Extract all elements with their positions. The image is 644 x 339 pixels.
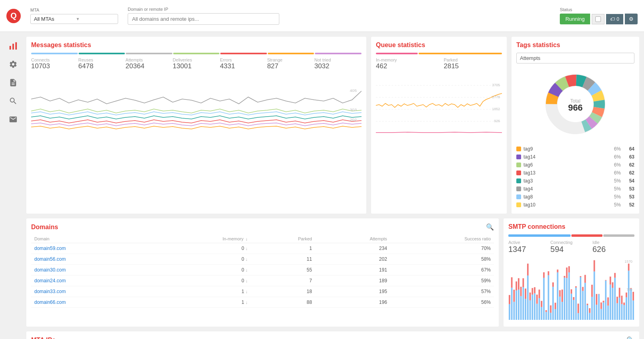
svg-rect-41 bbox=[520, 287, 522, 296]
svg-rect-79 bbox=[564, 276, 565, 278]
tags-dropdown[interactable]: Attempts bbox=[516, 53, 634, 63]
status-running-button[interactable]: Running bbox=[560, 14, 590, 24]
svg-rect-125 bbox=[616, 297, 618, 303]
sidebar-item-settings[interactable] bbox=[7, 58, 19, 70]
svg-rect-136 bbox=[630, 289, 632, 320]
row2: Domains 🔍 Domain In-memory ↓ Parked Atte… bbox=[26, 218, 639, 327]
svg-rect-132 bbox=[626, 297, 627, 320]
svg-rect-88 bbox=[575, 287, 577, 320]
tag9-name: tag9 bbox=[523, 146, 607, 152]
queue-parked-label: Parked bbox=[444, 57, 502, 62]
status-section: Status Running 🏷 0 ⚙ bbox=[560, 7, 638, 24]
svg-text:202: 202 bbox=[350, 118, 357, 122]
sidebar-item-search[interactable] bbox=[7, 95, 19, 107]
svg-rect-0 bbox=[10, 46, 11, 50]
mta-select[interactable]: All MTAs ▼ bbox=[30, 14, 118, 24]
svg-rect-106 bbox=[596, 305, 597, 320]
stat-connects-val: 10703 bbox=[31, 62, 78, 70]
stat-reuses-name: Reuses bbox=[78, 57, 125, 62]
svg-rect-48 bbox=[529, 300, 531, 320]
sidebar-item-chart[interactable] bbox=[7, 40, 19, 52]
row1: Messages statistics Connects 10703 bbox=[26, 37, 639, 214]
tag3-pct: 5% bbox=[610, 178, 621, 184]
stat-bar-connects bbox=[31, 53, 78, 54]
svg-rect-53 bbox=[534, 287, 535, 293]
svg-rect-58 bbox=[541, 307, 542, 320]
sidebar-item-mail[interactable] bbox=[7, 113, 19, 125]
domains-panel: Domains 🔍 Domain In-memory ↓ Parked Atte… bbox=[26, 218, 499, 327]
svg-rect-65 bbox=[548, 271, 549, 275]
sidebar-item-logs[interactable] bbox=[7, 77, 19, 89]
tag-row-tag10: tag10 5% 52 bbox=[516, 201, 634, 209]
tags-list: tag9 6% 64 tag14 6% 63 tag6 6% 62 bbox=[516, 145, 634, 209]
svg-rect-67 bbox=[550, 305, 551, 313]
svg-text:1852: 1852 bbox=[492, 107, 500, 111]
tag3-color bbox=[516, 178, 521, 183]
domains-table-wrapper[interactable]: Domain In-memory ↓ Parked Attempts Succe… bbox=[31, 235, 494, 308]
svg-rect-99 bbox=[587, 304, 588, 305]
svg-rect-62 bbox=[545, 312, 547, 320]
stat-deliveries: Deliveries 13001 bbox=[173, 57, 220, 70]
svg-rect-73 bbox=[557, 270, 559, 272]
success-cell: 70% bbox=[390, 243, 494, 254]
smtp-connecting-val: 594 bbox=[550, 245, 592, 254]
status-toggle[interactable] bbox=[592, 14, 604, 24]
status-gear-button[interactable]: ⚙ bbox=[625, 14, 638, 24]
tag4-name: tag4 bbox=[523, 186, 607, 192]
svg-rect-92 bbox=[580, 277, 581, 320]
success-cell: 58% bbox=[390, 254, 494, 265]
domain-cell: domain66.com bbox=[31, 297, 151, 308]
mta-ips-panel: MTA IPs 🔍 MTA Errors Parked Succes ratio… bbox=[26, 331, 639, 339]
attempts-cell: 196 bbox=[315, 297, 390, 308]
svg-rect-31 bbox=[509, 295, 510, 304]
svg-rect-42 bbox=[522, 287, 524, 320]
svg-rect-56 bbox=[539, 298, 540, 320]
col-in-memory[interactable]: In-memory ↓ bbox=[151, 235, 251, 243]
svg-rect-40 bbox=[520, 296, 522, 320]
status-controls: Running 🏷 0 ⚙ bbox=[560, 14, 638, 24]
svg-rect-109 bbox=[598, 294, 600, 294]
svg-rect-124 bbox=[616, 303, 618, 320]
smtp-idle-val: 626 bbox=[593, 245, 634, 254]
svg-rect-83 bbox=[568, 266, 570, 272]
col-parked: Parked bbox=[251, 235, 315, 243]
tag14-color bbox=[516, 155, 521, 159]
parked-cell: 11 bbox=[251, 254, 315, 265]
messages-chart: 405 303 202 bbox=[31, 75, 362, 139]
tag-icon: 🏷 bbox=[610, 16, 615, 22]
svg-rect-135 bbox=[628, 264, 630, 271]
attempts-cell: 191 bbox=[315, 265, 390, 276]
svg-rect-34 bbox=[513, 302, 515, 320]
queue-bar-inmemory bbox=[376, 53, 418, 54]
svg-rect-36 bbox=[516, 290, 517, 320]
svg-rect-43 bbox=[522, 278, 524, 287]
inmemory-cell: 1 ↓ bbox=[151, 286, 251, 297]
status-tag-button[interactable]: 🏷 0 bbox=[606, 14, 623, 24]
messages-statistics-panel: Messages statistics Connects 10703 bbox=[26, 37, 366, 214]
domain-input[interactable] bbox=[128, 13, 279, 25]
tag10-color bbox=[516, 202, 521, 207]
stat-reuses-val: 6478 bbox=[78, 62, 125, 70]
stat-errors-name: Errors bbox=[220, 57, 267, 62]
svg-rect-139 bbox=[632, 292, 634, 301]
svg-rect-32 bbox=[511, 287, 513, 320]
stat-attempts-name: Attempts bbox=[126, 57, 173, 62]
svg-rect-121 bbox=[612, 282, 614, 288]
domains-panel-header: Domains 🔍 bbox=[31, 223, 494, 231]
svg-rect-103 bbox=[591, 285, 593, 297]
mta-ips-search-icon[interactable]: 🔍 bbox=[626, 336, 634, 339]
mta-ips-title: MTA IPs bbox=[31, 337, 55, 339]
svg-rect-76 bbox=[561, 302, 563, 320]
status-toggle-inner bbox=[595, 16, 601, 22]
svg-rect-113 bbox=[603, 301, 604, 302]
stat-errors: Errors 4331 bbox=[220, 57, 267, 70]
svg-rect-44 bbox=[525, 299, 526, 320]
domain-field: Domain or remote IP bbox=[128, 7, 279, 25]
svg-rect-95 bbox=[582, 287, 584, 291]
main-layout: Messages statistics Connects 10703 bbox=[0, 32, 644, 339]
tag4-count: 53 bbox=[623, 186, 634, 192]
queue-inmemory-label: In-memory bbox=[376, 57, 434, 62]
smtp-connections-title: SMTP connections bbox=[508, 223, 634, 230]
smtp-metrics: Active 1347 Connecting 594 Idle 626 bbox=[508, 240, 634, 254]
domains-search-icon[interactable]: 🔍 bbox=[486, 223, 494, 231]
